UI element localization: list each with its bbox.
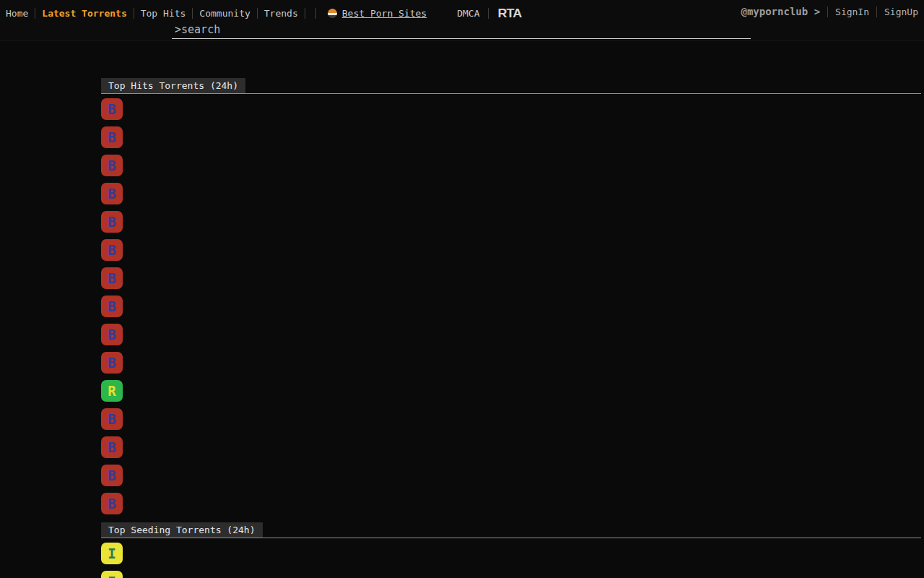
torrent-row: B @Burunddel_yps > NEW OnlyFans Macarena… bbox=[101, 211, 921, 234]
torrent-row: B @Burunddel_yps > NEW OnlyFans Gattouz0… bbox=[101, 324, 921, 347]
channel-avatar[interactable]: B bbox=[101, 296, 123, 317]
channel-avatar[interactable]: B bbox=[101, 352, 123, 374]
torrent-row-text: @ILUVY_yps > New Kissa Sins Roadside BG … bbox=[128, 571, 766, 578]
torrent-list: I @ILUVY_yps > New Sisi Rose Has Very Ha… bbox=[101, 543, 921, 578]
torrent-row-text: @Burunddel_yps > NEW OnlyFans Mandy Brig… bbox=[128, 465, 875, 488]
torrent-row-text: @Burunddel_yps > NEW Onlyfans Sara Retal… bbox=[128, 239, 875, 262]
torrent-row-text: @Burunddel_yps > NEW Onlyfans MILF POV A… bbox=[128, 267, 875, 290]
torrent-section: Top Seeding Torrents (24h) I @ILUVY_yps … bbox=[101, 522, 921, 578]
nav-divider bbox=[305, 8, 305, 19]
torrent-row-text: @Burunddel_yps > NEW Onlyfans MaySeeds A… bbox=[128, 352, 875, 375]
channel-avatar[interactable]: B bbox=[101, 267, 123, 289]
avatar-letter: B bbox=[108, 272, 116, 285]
channel-avatar[interactable]: B bbox=[101, 465, 123, 486]
avatar-letter: B bbox=[108, 356, 116, 370]
torrent-row-text: @Burunddel_yps > NEW OnlyFans Tina Yoshi… bbox=[128, 408, 875, 431]
avatar-letter: B bbox=[108, 159, 116, 173]
torrent-row: B @Burunddel_yps > NEW OnlyFans Melanie … bbox=[101, 155, 921, 178]
best-porn-sites-label: Best Porn Sites bbox=[342, 8, 427, 19]
channel-avatar[interactable]: B bbox=[101, 98, 123, 120]
account-handle: @mypornclub bbox=[741, 6, 808, 17]
torrent-row: I @ILUVY_yps > New Kissa Sins Roadside B… bbox=[101, 571, 921, 578]
emoji-face-icon bbox=[328, 9, 337, 18]
section-header: Top Seeding Torrents (24h) bbox=[101, 522, 921, 538]
torrent-list: B @Burunddel_yps > NEW OnlyFans BBW Best… bbox=[101, 98, 921, 516]
rta-logo[interactable]: RTA bbox=[497, 7, 521, 21]
avatar-letter: B bbox=[108, 103, 116, 116]
torrent-row: B @Burunddel_yps > NEW WoodmanCastingX S… bbox=[101, 183, 921, 206]
avatar-letter: R bbox=[108, 384, 116, 398]
avatar-letter: B bbox=[108, 300, 116, 314]
torrent-row: B @Burunddel_yps > NEW OnlyFans Kennedy … bbox=[101, 493, 921, 516]
channel-avatar[interactable]: B bbox=[101, 239, 123, 261]
avatar-letter: B bbox=[108, 187, 116, 201]
torrent-row: B @Burunddel_yps > NEW Onlyfans MaySeeds… bbox=[101, 352, 921, 375]
torrent-row-text: @Burunddel_yps > NEW OnlyFans Gattouz0, … bbox=[128, 324, 875, 347]
avatar-letter: B bbox=[108, 497, 116, 511]
avatar-letter: B bbox=[108, 328, 116, 342]
torrent-row: B @Burunddel_yps > NEW Onlyfans Sara Ret… bbox=[101, 239, 921, 262]
account-link[interactable]: @mypornclub > bbox=[741, 6, 827, 17]
torrent-row-text: @Burunddel_yps > NEW OnlyFans BBW Best S… bbox=[128, 98, 875, 121]
channel-avatar[interactable]: B bbox=[101, 408, 123, 430]
torrent-row: B @Burunddel_yps > NEW OnlyFans Tina Yos… bbox=[101, 408, 921, 431]
torrent-row-text: @Burunddel_yps > NEW OnlyFans Lily Phill… bbox=[128, 436, 875, 460]
torrent-row-text: @RIPNsfw222_yps > New Lily Phillips http… bbox=[128, 380, 875, 403]
channel-avatar[interactable]: B bbox=[101, 183, 123, 204]
best-porn-sites-link[interactable]: Best Porn Sites bbox=[328, 8, 427, 19]
top-navigation-bar: Home Latest Torrents Top Hits Community … bbox=[0, 0, 924, 41]
torrent-row: B @Burunddel_yps > NEW OnlyFans Bianxxxk… bbox=[101, 126, 921, 150]
torrent-sections: Top Hits Torrents (24h) B @Burunddel_yps… bbox=[101, 78, 921, 578]
search-bar bbox=[172, 22, 751, 39]
chevron-right-icon: > bbox=[814, 6, 820, 17]
avatar-letter: B bbox=[108, 215, 116, 229]
channel-avatar[interactable]: B bbox=[101, 211, 123, 233]
nav-trends[interactable]: Trends bbox=[258, 8, 305, 19]
torrent-row: B @Burunddel_yps > NEW OnlyFans Lily Phi… bbox=[101, 436, 921, 460]
account-nav: @mypornclub > SignIn SignUp bbox=[741, 6, 918, 17]
nav-dmca[interactable]: DMCA bbox=[448, 8, 488, 19]
torrent-section: Top Hits Torrents (24h) B @Burunddel_yps… bbox=[101, 78, 921, 516]
torrent-row: B @Burunddel_yps > NEW OnlyFans Mandy Br… bbox=[101, 465, 921, 488]
nav-community[interactable]: Community bbox=[193, 8, 256, 19]
torrent-row-text: @Burunddel_yps > NEW OnlyFans Jade Hutch… bbox=[128, 296, 875, 319]
nav-top-hits[interactable]: Top Hits bbox=[134, 8, 193, 19]
section-title: Top Seeding Torrents (24h) bbox=[101, 522, 263, 538]
avatar-letter: B bbox=[108, 131, 116, 144]
search-input[interactable] bbox=[172, 22, 751, 39]
channel-avatar[interactable]: I bbox=[101, 571, 123, 578]
channel-avatar[interactable]: B bbox=[101, 436, 123, 458]
nav-home[interactable]: Home bbox=[6, 8, 35, 19]
channel-avatar[interactable]: B bbox=[101, 493, 123, 514]
torrent-row-text: @Burunddel_yps > NEW OnlyFans Bianxxxkie… bbox=[128, 126, 875, 150]
channel-avatar[interactable]: B bbox=[101, 126, 123, 148]
section-title: Top Hits Torrents (24h) bbox=[101, 78, 245, 93]
nav-divider bbox=[315, 8, 316, 19]
torrent-row-text: @Burunddel_yps > NEW OnlyFans Kennedy Ma… bbox=[128, 493, 875, 516]
channel-avatar[interactable]: I bbox=[101, 543, 123, 564]
channel-avatar[interactable]: B bbox=[101, 155, 123, 176]
torrent-row-text: @Burunddel_yps > NEW OnlyFans MacarenaXX… bbox=[128, 211, 875, 234]
torrent-row: R @RIPNsfw222_yps > New Lily Phillips ht… bbox=[101, 380, 921, 403]
torrent-row-text: @Burunddel_yps > NEW WoodmanCastingX San… bbox=[128, 183, 875, 206]
signup-link[interactable]: SignUp bbox=[877, 7, 918, 17]
avatar-letter: B bbox=[108, 441, 116, 454]
nav-divider bbox=[488, 8, 489, 19]
torrent-row: B @Burunddel_yps > NEW OnlyFans Jade Hut… bbox=[101, 296, 921, 319]
avatar-letter: I bbox=[108, 575, 116, 578]
torrent-row: B @Burunddel_yps > NEW OnlyFans BBW Best… bbox=[101, 98, 921, 121]
avatar-letter: I bbox=[108, 547, 116, 561]
channel-avatar[interactable]: R bbox=[101, 380, 123, 402]
torrent-row: B @Burunddel_yps > NEW Onlyfans MILF POV… bbox=[101, 267, 921, 290]
torrent-row-text: @ILUVY_yps > New Sisi Rose Has Very Hard… bbox=[128, 543, 777, 566]
torrent-row: I @ILUVY_yps > New Sisi Rose Has Very Ha… bbox=[101, 543, 921, 566]
section-header: Top Hits Torrents (24h) bbox=[101, 78, 921, 94]
avatar-letter: B bbox=[108, 413, 116, 426]
torrent-row-text: @Burunddel_yps > NEW OnlyFans Melanie Ma… bbox=[128, 155, 875, 178]
nav-latest-torrents[interactable]: Latest Torrents bbox=[35, 8, 133, 19]
avatar-letter: B bbox=[108, 469, 116, 483]
channel-avatar[interactable]: B bbox=[101, 324, 123, 345]
signin-link[interactable]: SignIn bbox=[828, 7, 876, 17]
avatar-letter: B bbox=[108, 243, 116, 257]
